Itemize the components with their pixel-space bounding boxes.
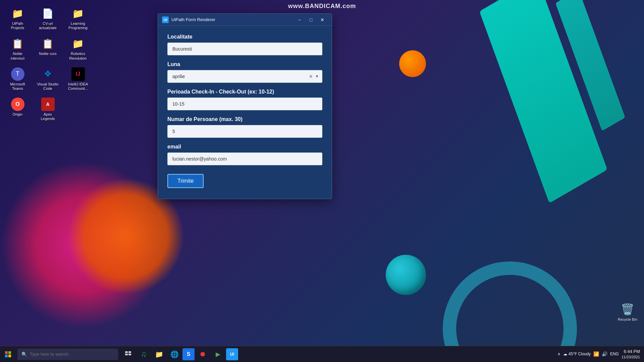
minimize-button[interactable]: − <box>294 15 305 24</box>
luna-group: Luna ianuarie februarie martie aprilie m… <box>167 61 322 83</box>
recycle-bin-icon: 🗑️ <box>621 303 634 316</box>
close-button[interactable]: ✕ <box>317 15 328 24</box>
taskbar-clock[interactable]: 6:44 PM 11/23/2021 <box>622 349 640 360</box>
email-input[interactable] <box>167 153 322 165</box>
spotify-taskbar-icon[interactable]: ♫ <box>136 347 151 362</box>
svg-rect-4 <box>125 351 128 353</box>
desktop-icon-teams[interactable]: T Microsoft Teams <box>5 66 30 93</box>
svg-rect-6 <box>125 354 128 355</box>
uipath-taskbar-icon[interactable]: UI <box>226 348 238 360</box>
notite-curs-icon: 📋 <box>41 37 55 50</box>
submit-button[interactable]: Trimite <box>167 174 204 188</box>
taskbar-search-icon: 🔍 <box>21 352 27 357</box>
form-window: UI UiPath Form Renderer − □ ✕ Localitate… <box>158 13 332 199</box>
uipath-projects-label: UiPath Projects <box>7 21 29 30</box>
taskbar-time: 6:44 PM <box>622 349 640 355</box>
desktop-icon-intellij[interactable]: IJ IntelliJ IDEA Communit... <box>65 66 91 93</box>
bg-planet-orange <box>399 50 426 77</box>
email-group: email <box>167 144 322 165</box>
record-taskbar-icon[interactable]: ⏺ <box>195 347 210 362</box>
svg-rect-0 <box>5 351 8 354</box>
cv-uri-label: CV-uri actualziate <box>37 21 59 30</box>
language-indicator[interactable]: ENG <box>610 352 619 356</box>
luna-label: Luna <box>167 61 322 67</box>
apex-icon: A <box>41 98 55 111</box>
notite-interviuri-label: Notite interviuri <box>7 52 29 60</box>
desktop-icon-robotics[interactable]: 📁 Robotics Revolution <box>65 35 91 62</box>
perioada-group: Perioada Check-In - Check-Out (ex: 10-12… <box>167 89 322 110</box>
uipath-projects-icon: 📁 <box>11 7 24 20</box>
notite-curs-label: Notite curs <box>39 52 57 56</box>
desktop-icon-uipath-projects[interactable]: 📁 UiPath Projects <box>5 5 30 32</box>
taskbar-date: 11/23/2021 <box>622 355 640 360</box>
desktop-icon-origin[interactable]: O Origin <box>5 96 30 123</box>
skrill-taskbar-icon[interactable]: S <box>182 348 195 360</box>
taskbar-right: ∧ ☁ 45°F Cloudy 📶 🔊 ENG 6:44 PM 11/23/20… <box>557 349 644 360</box>
svg-rect-3 <box>8 355 11 357</box>
perioada-label: Perioada Check-In - Check-Out (ex: 10-12… <box>167 89 322 95</box>
form-content: Localitate Luna ianuarie februarie marti… <box>158 26 332 199</box>
bandicam-watermark: www.BANDICAM.com <box>288 3 356 10</box>
taskbar: 🔍 ♫ 📁 🌐 S ⏺ <box>0 346 644 362</box>
window-title-text: UiPath Form Renderer <box>171 17 294 22</box>
desktop-icon-learning[interactable]: 📁 Learning Programing <box>65 5 91 32</box>
svg-rect-2 <box>5 355 8 357</box>
vscode-icon: ❖ <box>41 67 55 81</box>
desktop-icon-notite-interviuri[interactable]: 📋 Notite interviuri <box>5 35 30 62</box>
origin-icon: O <box>11 98 24 111</box>
intellij-label: IntelliJ IDEA Communit... <box>67 82 89 91</box>
window-controls: − □ ✕ <box>294 15 328 24</box>
numar-persoane-group: Numar de Persoane (max. 30) <box>167 116 322 138</box>
vscode-label: Visual Studio Code <box>37 82 59 91</box>
localitate-group: Localitate <box>167 34 322 55</box>
bg-planet-teal <box>386 255 426 295</box>
perioada-input[interactable] <box>167 98 322 110</box>
chrome-taskbar-icon[interactable]: 🌐 <box>167 347 182 362</box>
task-view-button[interactable] <box>121 347 136 362</box>
recycle-bin[interactable]: 🗑️ Recycle Bin <box>618 303 637 322</box>
origin-label: Origin <box>13 112 22 117</box>
svg-rect-5 <box>128 351 131 353</box>
desktop-icon-notite-curs[interactable]: 📋 Notite curs <box>35 35 60 62</box>
recycle-bin-label: Recycle Bin <box>618 317 637 322</box>
learning-icon: 📁 <box>71 7 85 20</box>
maximize-button[interactable]: □ <box>306 15 316 24</box>
localitate-input[interactable] <box>167 43 322 55</box>
select-clear-icon[interactable]: ✕ <box>309 74 313 79</box>
desktop-icon-cv-uri[interactable]: 📄 CV-uri actualziate <box>35 5 60 32</box>
file-explorer-taskbar-icon[interactable]: 📁 <box>152 347 166 362</box>
desktop-icons-area: 📁 UiPath Projects 📄 CV-uri actualziate 📁… <box>3 3 94 125</box>
start-button[interactable] <box>0 346 16 362</box>
window-title-icon: UI <box>162 16 169 23</box>
chevron-up-icon[interactable]: ∧ <box>557 352 560 356</box>
luna-select[interactable]: ianuarie februarie martie aprilie mai iu… <box>167 70 322 83</box>
svg-rect-1 <box>8 351 11 354</box>
notite-interviuri-icon: 📋 <box>11 37 24 50</box>
learning-label: Learning Programing <box>67 21 89 30</box>
apex-label: Apex Legends <box>37 112 59 121</box>
window-titlebar: UI UiPath Form Renderer − □ ✕ <box>158 14 332 26</box>
teams-label: Microsoft Teams <box>7 82 29 91</box>
network-icon[interactable]: 📶 <box>593 351 599 357</box>
cv-uri-icon: 📄 <box>41 7 55 20</box>
volume-icon[interactable]: 🔊 <box>602 351 607 357</box>
luna-select-wrapper: ianuarie februarie martie aprilie mai iu… <box>167 70 322 83</box>
desktop: www.BANDICAM.com 📁 UiPath Projects 📄 CV-… <box>0 0 644 362</box>
numar-persoane-input[interactable] <box>167 125 322 138</box>
taskbar-search-input[interactable] <box>30 352 114 357</box>
robotics-icon: 📁 <box>71 37 85 50</box>
desktop-icon-apex[interactable]: A Apex Legends <box>35 96 60 123</box>
numar-persoane-label: Numar de Persoane (max. 30) <box>167 116 322 122</box>
email-label: email <box>167 144 322 150</box>
taskbar-center-icons: ♫ 📁 🌐 S ⏺ ▶ UI <box>121 347 238 362</box>
desktop-icon-vscode[interactable]: ❖ Visual Studio Code <box>35 66 60 93</box>
weather-text: 45°F Cloudy <box>569 352 591 356</box>
teams-icon: T <box>11 67 24 81</box>
taskbar-search-box[interactable]: 🔍 <box>17 349 118 360</box>
weather-info: ☁ 45°F Cloudy <box>563 352 591 356</box>
cloud-icon: ☁ <box>563 352 567 356</box>
robotics-label: Robotics Revolution <box>67 52 89 60</box>
intellij-icon: IJ <box>71 67 85 81</box>
media-taskbar-icon[interactable]: ▶ <box>211 347 225 362</box>
localitate-label: Localitate <box>167 34 322 40</box>
